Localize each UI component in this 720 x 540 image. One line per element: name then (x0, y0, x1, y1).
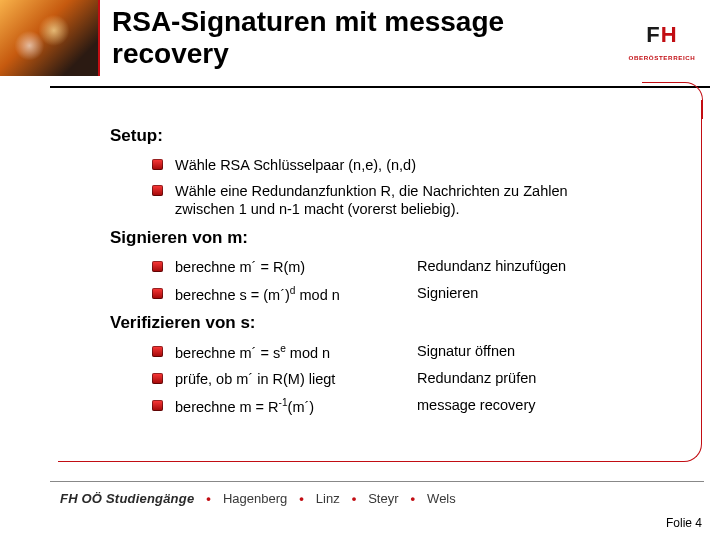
footer-location: Linz (316, 491, 340, 506)
section-heading-sign: Signieren von m: (110, 228, 640, 248)
footer-location: Steyr (368, 491, 398, 506)
bullet-icon (152, 159, 163, 170)
bullet-icon (152, 261, 163, 272)
list-text: berechne m = R-1(m´) (175, 397, 399, 416)
slide-title: RSA-Signaturen mit message recovery (112, 6, 594, 70)
list-text: Wähle RSA Schlüsselpaar (n,e), (n,d) (175, 156, 416, 174)
footer-divider (50, 481, 704, 482)
logo-subtext: OBERÖSTERREICH (614, 54, 710, 61)
slide-content: Setup: Wähle RSA Schlüsselpaar (n,e), (n… (110, 126, 640, 425)
list-text: prüfe, ob m´ in R(M) liegt (175, 370, 399, 388)
title-divider (50, 86, 710, 88)
bullet-icon (152, 185, 163, 196)
footer-location: Wels (427, 491, 456, 506)
list-item: Wähle RSA Schlüsselpaar (n,e), (n,d) (152, 156, 640, 174)
verify-list: berechne m´ = se mod n Signatur öffnen p… (152, 343, 640, 415)
list-item: berechne m = R-1(m´) message recovery (152, 397, 640, 416)
footer: FH OÖ Studiengänge • Hagenberg • Linz • … (60, 491, 700, 506)
dot-icon: • (411, 491, 416, 506)
dot-icon: • (352, 491, 357, 506)
footer-brand: FH OÖ Studiengänge (60, 491, 194, 506)
bullet-icon (152, 373, 163, 384)
setup-list: Wähle RSA Schlüsselpaar (n,e), (n,d) Wäh… (152, 156, 640, 218)
list-annotation: Redundanz prüfen (417, 370, 536, 386)
list-text: berechne m´ = se mod n (175, 343, 399, 362)
list-item: berechne m´ = se mod n Signatur öffnen (152, 343, 640, 362)
list-text: berechne m´ = R(m) (175, 258, 399, 276)
dot-icon: • (299, 491, 304, 506)
sign-list: berechne m´ = R(m) Redundanz hinzufügen … (152, 258, 640, 303)
dot-icon: • (206, 491, 211, 506)
decorative-photo (0, 0, 100, 76)
fh-logo-icon: FH (630, 18, 694, 52)
section-heading-setup: Setup: (110, 126, 640, 146)
list-item: berechne s = (m´)d mod n Signieren (152, 285, 640, 304)
section-heading-verify: Verifizieren von s: (110, 313, 640, 333)
slide-number: Folie 4 (666, 516, 702, 530)
footer-location: Hagenberg (223, 491, 287, 506)
slide: RSA-Signaturen mit message recovery FH O… (0, 0, 720, 540)
brand-logo: FH OBERÖSTERREICH (614, 18, 710, 61)
list-annotation: Signieren (417, 285, 478, 301)
list-annotation: Redundanz hinzufügen (417, 258, 566, 274)
bullet-icon (152, 288, 163, 299)
list-item: Wähle eine Redundanzfunktion R, die Nach… (152, 182, 640, 218)
list-text: berechne s = (m´)d mod n (175, 285, 399, 304)
list-annotation: message recovery (417, 397, 535, 413)
bullet-icon (152, 400, 163, 411)
bullet-icon (152, 346, 163, 357)
list-item: berechne m´ = R(m) Redundanz hinzufügen (152, 258, 640, 276)
list-annotation: Signatur öffnen (417, 343, 515, 359)
list-item: prüfe, ob m´ in R(M) liegt Redundanz prü… (152, 370, 640, 388)
list-text: Wähle eine Redundanzfunktion R, die Nach… (175, 182, 605, 218)
